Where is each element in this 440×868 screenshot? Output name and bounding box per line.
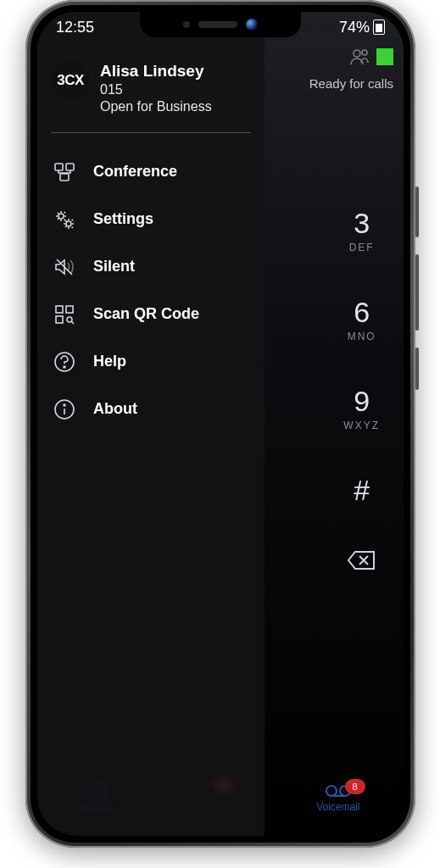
battery-icon [373,19,385,35]
battery-percent: 74% [339,19,370,36]
side-button [415,348,419,390]
mute-icon [53,255,76,279]
svg-rect-12 [56,316,63,323]
menu-conference[interactable]: Conference [37,148,265,196]
menu-label: Conference [93,163,177,181]
menu-about[interactable]: About [37,386,265,433]
svg-point-0 [354,50,360,57]
menu-label: Scan QR Code [93,305,199,323]
info-icon [53,398,76,421]
svg-point-17 [64,404,65,406]
svg-point-15 [64,366,65,368]
svg-point-9 [66,221,71,226]
side-drawer: 3CX Alisa Lindsey 015 Open for Business [37,12,265,836]
svg-point-8 [58,214,64,219]
dialer-key-hash[interactable]: # [354,474,370,507]
side-button [415,186,419,237]
svg-rect-5 [55,164,63,170]
camera-icon [246,19,258,31]
svg-rect-10 [56,306,63,313]
profile-name: Alisa Lindsey [100,61,212,81]
profile-extension: 015 [100,81,212,98]
svg-rect-11 [66,306,73,313]
drawer-menu: Conference Settings [37,148,265,433]
conference-icon [53,160,76,184]
svg-point-1 [362,50,367,55]
profile-status: Open for Business [100,98,212,115]
ready-label: Ready for calls [309,76,393,91]
notch [140,12,301,37]
menu-settings[interactable]: Settings [37,196,265,243]
menu-label: Help [93,353,126,370]
backspace-icon[interactable] [347,549,377,571]
side-button [415,254,419,331]
svg-point-3 [326,786,337,796]
menu-help[interactable]: Help [37,338,265,386]
menu-silent[interactable]: Silent [37,243,265,291]
menu-label: Silent [93,258,135,275]
gear-icon [53,208,76,231]
nav-voicemail[interactable]: 8 Voicemail [316,782,359,813]
dialer-key-9[interactable]: 9 WXYZ [343,385,380,431]
menu-label: Settings [93,210,153,228]
menu-scan-qr[interactable]: Scan QR Code [37,291,265,338]
clock: 12:55 [56,19,94,36]
menu-label: About [93,400,137,418]
voicemail-badge: 8 [345,779,365,794]
presence-status[interactable] [376,48,393,65]
svg-rect-7 [60,174,69,181]
screen: 12:55 74% Ready for calls 3 [37,12,404,836]
qr-icon [53,303,76,326]
presence-icon[interactable] [349,47,371,66]
dialer-key-3[interactable]: 3 DEF [349,207,375,253]
help-icon [53,350,76,374]
dialer-key-6[interactable]: 6 MNO [348,296,376,342]
profile-block[interactable]: 3CX Alisa Lindsey 015 Open for Business [37,56,265,129]
svg-rect-6 [66,164,74,170]
divider [51,132,251,133]
app-logo: 3CX [51,61,90,100]
